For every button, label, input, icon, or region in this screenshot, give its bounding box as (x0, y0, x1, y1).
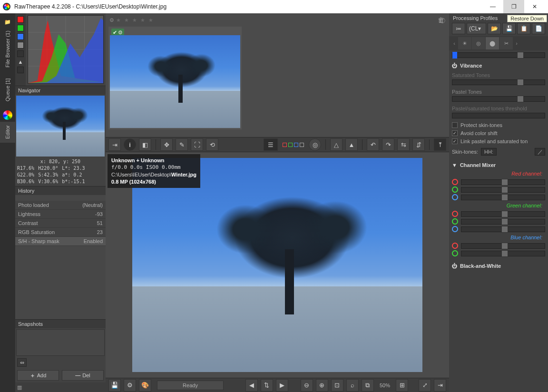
zoom-100-button[interactable]: ⌕ (346, 379, 359, 392)
del-snapshot-button[interactable]: —Del (62, 370, 104, 381)
minimize-button[interactable]: — (482, 0, 503, 13)
avoid-shift-checkbox[interactable]: ✓Avoid color shift (452, 130, 545, 136)
threshold-slider[interactable] (452, 113, 545, 118)
pastel-slider[interactable] (452, 96, 545, 102)
history-item[interactable]: Contrast51 (15, 219, 106, 228)
zoom-percent: 50% (377, 382, 393, 388)
red-g-slider[interactable] (452, 186, 545, 193)
nav-prev-button[interactable]: ◀ (245, 379, 258, 392)
protect-skin-checkbox[interactable]: Protect skin-tones (452, 122, 545, 128)
detail-window-button[interactable]: ⊞ (396, 379, 408, 392)
hist-chroma-toggle[interactable] (17, 50, 24, 57)
tab-detail[interactable]: ◎ (472, 37, 485, 49)
preview-area[interactable]: Unknown + Unknown f/0.0 0.0s ISO0 0.00mm… (106, 152, 449, 378)
mode-tabs: 📁 File Browser (1) Queue [1] Editor (0, 13, 15, 392)
green-r-slider[interactable] (452, 211, 545, 217)
history-item[interactable]: S/H - Sharp maskEnabled (15, 237, 106, 246)
shadow-clip-button[interactable]: ▲ (345, 138, 358, 151)
vibrance-header[interactable]: ⏻ Vibrance (452, 61, 545, 70)
tab-transform[interactable]: ✂ (499, 37, 513, 49)
bg-toggle-button[interactable]: ☰ (264, 138, 278, 151)
top-slider[interactable] (452, 52, 545, 58)
hist-red-toggle[interactable] (17, 16, 24, 23)
add-snapshot-button[interactable]: ＋Add (17, 370, 59, 381)
red-r-slider[interactable] (452, 179, 545, 185)
saturated-slider[interactable] (452, 79, 545, 85)
flip-h-button[interactable]: ⇆ (397, 138, 410, 151)
rating-stars[interactable]: ★ ★ ★ ★ ★ (116, 17, 154, 23)
gear-icon[interactable]: ⚙ (109, 17, 114, 23)
nav-sync-button[interactable]: ⇅ (261, 379, 273, 392)
tab-editor[interactable]: Editor (0, 122, 15, 143)
send-to-button[interactable]: ⤒ (434, 138, 446, 151)
save-button[interactable]: 💾 (108, 379, 121, 392)
hist-luma-toggle[interactable] (17, 42, 24, 49)
trash-icon[interactable]: 🗑 (438, 16, 444, 24)
tab-queue[interactable]: Queue [1] (0, 69, 15, 110)
before-after-button[interactable]: ⇥ (108, 138, 121, 151)
hist-green-toggle[interactable] (17, 25, 24, 31)
profile-dropdown[interactable]: (CL ▾ (467, 23, 486, 34)
zoom-out-button[interactable]: ⊖ (301, 379, 313, 392)
picker-tool-button[interactable]: ✎ (176, 138, 188, 151)
collapse-right-button[interactable]: ⇥ (434, 379, 446, 392)
dual-view-button[interactable]: ◧ (139, 138, 151, 151)
queue-put-button[interactable]: ⚙ (124, 379, 136, 392)
bg-blue-swatch[interactable] (294, 143, 298, 147)
zoom-fit-button[interactable]: ⊡ (331, 379, 343, 392)
thumbnail[interactable]: ✔ ⚙ (108, 27, 242, 129)
left-collapse-button[interactable]: ⇔ (17, 358, 27, 367)
history-item[interactable]: Photo loaded(Neutral) (15, 201, 106, 210)
history-item[interactable]: RGB Saturation23 (15, 228, 106, 237)
hist-blue-toggle[interactable] (17, 33, 24, 40)
tab-color[interactable]: ⬤ (486, 37, 499, 49)
navigator-preview[interactable] (16, 96, 105, 157)
close-button[interactable]: ✕ (524, 0, 545, 13)
slider-blue-handle[interactable] (452, 52, 457, 59)
profile-paste-button[interactable]: 📄 (532, 23, 545, 34)
softproof-button[interactable]: ◎ (309, 138, 321, 151)
flip-v-button[interactable]: ⇵ (412, 138, 425, 151)
highlight-clip-button[interactable]: △ (330, 138, 342, 151)
bg-red-swatch[interactable] (283, 143, 287, 147)
fullscreen-button[interactable]: ⤢ (419, 379, 431, 392)
red-b-slider[interactable] (452, 194, 545, 200)
profile-mode-button[interactable]: ≔ (452, 23, 465, 34)
histogram-canvas[interactable] (28, 15, 104, 84)
skintones-value[interactable]: HH: (481, 148, 497, 156)
tab-file-browser[interactable]: File Browser (1) (0, 29, 15, 69)
rotate-right-button[interactable]: ↷ (382, 138, 394, 151)
info-button[interactable]: i (124, 138, 136, 151)
snapshots-list[interactable] (16, 329, 105, 356)
profile-load-button[interactable]: 📂 (488, 23, 501, 34)
straighten-tool-button[interactable]: ⟲ (206, 138, 218, 151)
link-pastel-checkbox[interactable]: ✓Link pastel and saturated ton (452, 138, 545, 144)
tabs-left-arrow[interactable]: ‹ (451, 40, 458, 46)
green-b-slider[interactable] (452, 226, 545, 232)
crop-tool-button[interactable]: ⛶ (191, 138, 203, 151)
zoom-crop-button[interactable]: ⧉ (362, 379, 374, 392)
blue-r-slider[interactable] (452, 243, 545, 249)
tab-exposure[interactable]: ☀ (458, 37, 471, 49)
hand-tool-button[interactable]: ✥ (160, 138, 173, 151)
curve-edit-icon[interactable]: ／ (535, 148, 545, 156)
profile-copy-button[interactable]: 📋 (517, 23, 530, 34)
rotate-left-button[interactable]: ↶ (367, 138, 379, 151)
green-g-slider[interactable] (452, 218, 545, 225)
hist-up-icon[interactable]: ▲ (18, 59, 23, 65)
bw-header[interactable]: ⏻ Black-and-White (452, 261, 545, 271)
maximize-button[interactable]: ❐ (503, 0, 524, 13)
blue-g-slider[interactable] (452, 250, 545, 256)
bg-green-swatch[interactable] (288, 143, 293, 147)
nav-next-button[interactable]: ▶ (276, 379, 288, 392)
hist-raw-toggle[interactable] (17, 67, 24, 73)
zoom-in-button[interactable]: ⊕ (316, 379, 328, 392)
profile-save-button[interactable]: 💾 (502, 23, 516, 34)
channel-mixer-header[interactable]: ▼ Channel Mixer (452, 160, 545, 170)
tabs-right-arrow[interactable]: › (513, 40, 520, 46)
bg-grey-swatch[interactable] (300, 143, 304, 147)
folder-icon[interactable]: 📁 (4, 15, 11, 29)
history-item[interactable]: Lightness-93 (15, 210, 106, 219)
external-editor-button[interactable]: 🎨 (139, 379, 151, 392)
panel-layout-icon[interactable]: ▥ (17, 384, 22, 391)
